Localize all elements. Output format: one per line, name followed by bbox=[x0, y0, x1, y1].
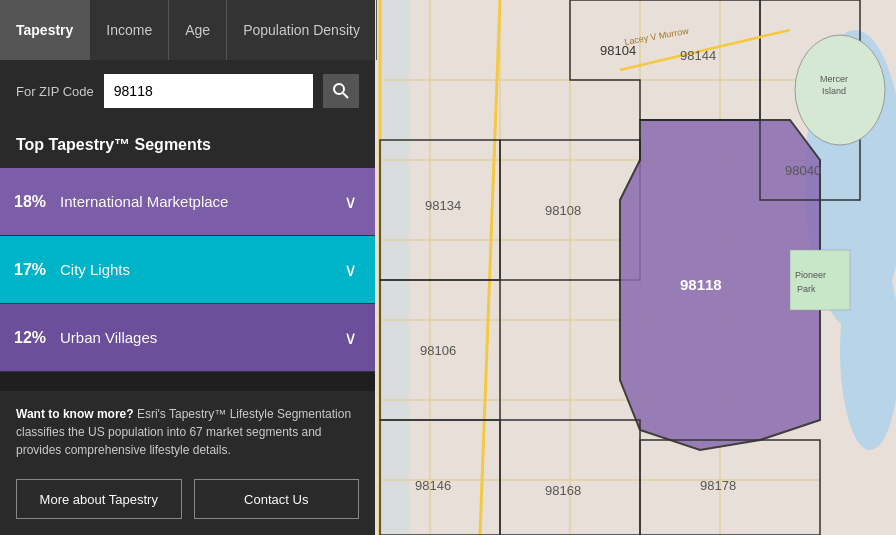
info-box: Want to know more? Esri's Tapestry™ Life… bbox=[0, 391, 375, 469]
tab-income[interactable]: Income bbox=[90, 0, 169, 60]
info-bold: Want to know more? bbox=[16, 407, 134, 421]
svg-text:Park: Park bbox=[797, 284, 816, 294]
tab-population-density[interactable]: Population Density bbox=[227, 0, 377, 60]
svg-text:98108: 98108 bbox=[545, 203, 581, 218]
svg-line-45 bbox=[343, 93, 348, 98]
tab-tapestry[interactable]: Tapestry bbox=[0, 0, 90, 60]
svg-text:98168: 98168 bbox=[545, 483, 581, 498]
svg-text:98118: 98118 bbox=[680, 276, 722, 293]
svg-text:Island: Island bbox=[822, 86, 846, 96]
segment-pct-city-lights: 17% bbox=[0, 261, 60, 279]
svg-point-44 bbox=[334, 84, 344, 94]
svg-rect-38 bbox=[790, 250, 850, 310]
segment-pct-urban-villages: 12% bbox=[0, 329, 60, 347]
segment-name-international-marketplace: International Marketplace bbox=[60, 193, 325, 210]
segment-pct-international-marketplace: 18% bbox=[0, 193, 60, 211]
svg-text:98178: 98178 bbox=[700, 478, 736, 493]
svg-text:98146: 98146 bbox=[415, 478, 451, 493]
action-buttons: More about TapestryContact Us bbox=[0, 469, 375, 535]
search-button[interactable] bbox=[323, 74, 359, 108]
contact-us-button[interactable]: Contact Us bbox=[194, 479, 360, 519]
segment-chevron-international-marketplace: ∨ bbox=[325, 191, 375, 213]
more-about-tapestry-button[interactable]: More about Tapestry bbox=[16, 479, 182, 519]
search-area: For ZIP Code bbox=[0, 60, 375, 122]
svg-text:98144: 98144 bbox=[680, 48, 716, 63]
segments-list: 18%International Marketplace∨17%City Lig… bbox=[0, 168, 375, 391]
tabs-container: TapestryIncomeAgePopulation Density bbox=[0, 0, 375, 60]
sidebar: TapestryIncomeAgePopulation Density For … bbox=[0, 0, 375, 535]
tab-age[interactable]: Age bbox=[169, 0, 227, 60]
svg-text:98040: 98040 bbox=[785, 163, 821, 178]
zip-input[interactable] bbox=[104, 74, 313, 108]
segment-chevron-urban-villages: ∨ bbox=[325, 327, 375, 349]
zip-label: For ZIP Code bbox=[16, 84, 94, 99]
segment-name-city-lights: City Lights bbox=[60, 261, 325, 278]
svg-text:Pioneer: Pioneer bbox=[795, 270, 826, 280]
svg-text:98106: 98106 bbox=[420, 343, 456, 358]
segment-item-international-marketplace[interactable]: 18%International Marketplace∨ bbox=[0, 168, 375, 236]
segment-item-urban-villages[interactable]: 12%Urban Villages∨ bbox=[0, 304, 375, 372]
segment-name-urban-villages: Urban Villages bbox=[60, 329, 325, 346]
segment-item-city-lights[interactable]: 17%City Lights∨ bbox=[0, 236, 375, 304]
svg-text:Mercer: Mercer bbox=[820, 74, 848, 84]
segments-header: Top Tapestry™ Segments bbox=[0, 122, 375, 168]
svg-text:98134: 98134 bbox=[425, 198, 461, 213]
search-icon bbox=[333, 83, 349, 99]
segment-chevron-city-lights: ∨ bbox=[325, 259, 375, 281]
